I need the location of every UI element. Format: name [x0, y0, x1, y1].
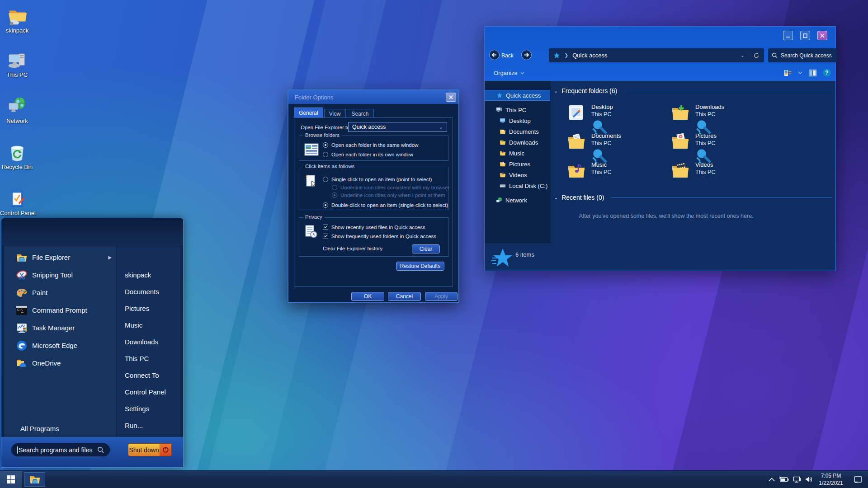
tab-general[interactable]: General — [294, 108, 323, 118]
start-item-microsoft-edge[interactable]: Microsoft Edge — [4, 337, 116, 354]
dialog-tabs: General View Search — [294, 108, 375, 118]
radio-single-click[interactable]: Single-click to open an item (point to s… — [323, 177, 432, 182]
desktop-icon-label: Recycle Bin — [0, 164, 34, 170]
start-item-task-manager[interactable]: Task Manager — [4, 319, 116, 337]
refresh-icon[interactable] — [753, 52, 760, 59]
taskbar: 7:05 PM 1/22/2021 — [0, 470, 868, 488]
folder-tile-music[interactable]: Music This PC — [567, 161, 666, 182]
sidebar-item-documents[interactable]: Documents — [485, 126, 550, 137]
explorer-sidebar: Quick access This PC Desktop Documents D… — [485, 81, 551, 243]
tray-expand-icon[interactable] — [769, 478, 775, 482]
collapse-chevron-icon[interactable]: ⌄ — [554, 88, 558, 94]
address-bar[interactable]: ❯ Quick access ⌄ — [549, 48, 764, 62]
battery-icon[interactable] — [779, 476, 789, 483]
explorer-main: ⌄ Frequent folders (6) Desktop This PC D… — [551, 81, 835, 271]
breadcrumb-chevron-icon: ❯ — [564, 52, 568, 58]
address-dropdown-icon[interactable]: ⌄ — [741, 52, 745, 58]
restore-defaults-button[interactable]: Restore Defaults — [396, 262, 444, 271]
sidebar-item-network[interactable]: Network — [485, 195, 550, 206]
desktop-icon-skinpack[interactable]: skinpack — [0, 5, 34, 34]
explorer-search-box[interactable]: Search Quick access — [768, 48, 837, 62]
explorer-titlebar[interactable] — [485, 27, 835, 44]
dialog-titlebar[interactable]: Folder Options — [288, 90, 458, 104]
start-right-settings[interactable]: Settings — [117, 400, 180, 417]
start-right-pictures[interactable]: Pictures — [117, 300, 180, 317]
network-tray-icon[interactable] — [793, 476, 801, 483]
start-right-music[interactable]: Music — [117, 317, 180, 333]
sidebar-item-quick-access[interactable]: Quick access — [485, 90, 550, 101]
recent-files-header[interactable]: ⌄ Recent files (0) — [551, 194, 832, 201]
status-items-count: 6 items — [515, 251, 534, 258]
desktop-icon-network[interactable]: Network — [0, 96, 34, 124]
sidebar-item-desktop[interactable]: Desktop — [485, 115, 550, 126]
chevron-down-icon — [520, 72, 524, 75]
notification-icon[interactable] — [854, 476, 863, 483]
folder-tile-pictures[interactable]: Pictures This PC — [671, 132, 770, 153]
start-search-box[interactable]: Search programs and files — [11, 443, 110, 456]
sidebar-item-downloads[interactable]: Downloads — [485, 137, 550, 148]
cancel-button[interactable]: Cancel — [388, 292, 421, 301]
frequent-folders-header[interactable]: ⌄ Frequent folders (6) — [551, 87, 832, 94]
taskbar-file-explorer[interactable] — [24, 472, 45, 487]
start-button[interactable] — [0, 471, 22, 488]
folder-tile-documents[interactable]: Documents This PC — [567, 132, 666, 153]
onedrive-icon — [16, 357, 28, 369]
start-item-snipping-tool[interactable]: Snipping Tool — [4, 266, 116, 284]
forward-button[interactable] — [521, 50, 532, 60]
radio-same-window[interactable]: Open each folder in the same window — [323, 142, 418, 148]
start-right-this-pc[interactable]: This PC — [117, 350, 180, 367]
all-programs[interactable]: All Programs — [20, 425, 59, 432]
start-right-documents[interactable]: Documents — [117, 283, 180, 300]
collapse-chevron-icon[interactable]: ⌄ — [554, 195, 558, 201]
sidebar-item-local-disk[interactable]: Local Disk (C:) — [485, 180, 550, 191]
start-right-control-panel[interactable]: Control Panel — [117, 384, 180, 400]
close-button[interactable] — [817, 31, 827, 40]
start-right-skinpack[interactable]: skinpack — [117, 267, 180, 283]
folder-tile-desktop[interactable]: Desktop This PC — [567, 103, 666, 124]
tab-view[interactable]: View — [324, 109, 346, 118]
speaker-icon[interactable] — [805, 476, 813, 483]
minimize-button[interactable] — [783, 31, 793, 40]
preview-pane-icon[interactable] — [809, 70, 816, 76]
back-button[interactable] — [489, 50, 500, 60]
start-right-run[interactable]: Run... — [117, 417, 180, 434]
desktop-icon-recycle-bin[interactable]: Recycle Bin — [0, 142, 34, 170]
back-label[interactable]: Back — [501, 52, 514, 59]
radio-own-window[interactable]: Open each folder in its own window — [323, 152, 413, 157]
sidebar-item-this-pc[interactable]: This PC — [485, 104, 550, 115]
start-item-paint[interactable]: Paint — [4, 284, 116, 301]
folder-tile-videos[interactable]: Videos This PC — [671, 161, 770, 182]
dialog-close-button[interactable]: ✕ — [446, 93, 456, 102]
chevron-down-icon[interactable] — [798, 71, 802, 75]
start-item-onedrive[interactable]: OneDrive — [4, 354, 116, 372]
checkbox-show-recent[interactable]: Show recently used files in Quick access — [323, 225, 425, 230]
desktop-icon-this-pc[interactable]: This PC — [0, 50, 34, 78]
search-placeholder: Search Quick access — [781, 52, 832, 59]
start-right-downloads[interactable]: Downloads — [117, 333, 180, 350]
sidebar-item-videos[interactable]: Videos — [485, 169, 550, 180]
shutdown-button[interactable]: Shut down — [128, 443, 172, 456]
desktop-icon-control-panel[interactable]: Control Panel — [0, 188, 34, 216]
sidebar-item-music[interactable]: Music — [485, 148, 550, 159]
open-to-dropdown[interactable]: Quick access ⌄ — [348, 122, 447, 132]
taskbar-clock[interactable]: 7:05 PM 1/22/2021 — [817, 472, 845, 487]
view-details-icon[interactable] — [784, 69, 792, 77]
folder-tile-downloads[interactable]: Downloads This PC — [671, 103, 770, 124]
ok-button[interactable]: OK — [351, 292, 384, 301]
clear-button[interactable]: Clear — [412, 244, 440, 253]
folder-options-dialog: Folder Options ✕ General View Search Ope… — [288, 89, 459, 303]
file-explorer-window: Back ❯ Quick access ⌄ Search Quick acces… — [484, 26, 836, 271]
radio-double-click[interactable]: Double-click to open an item (single-cli… — [323, 202, 448, 208]
folder-icon — [500, 128, 506, 135]
organize-menu[interactable]: Organize — [494, 70, 524, 76]
system-tray: 7:05 PM 1/22/2021 — [769, 471, 868, 488]
start-item-file-explorer[interactable]: File Explorer ▶ — [4, 249, 116, 266]
start-item-command-prompt[interactable]: C:\ Command Prompt — [4, 301, 116, 319]
tab-search[interactable]: Search — [347, 109, 374, 118]
start-right-connect-to[interactable]: Connect To — [117, 367, 180, 384]
help-icon[interactable]: ? — [823, 69, 831, 77]
sidebar-item-pictures[interactable]: Pictures — [485, 159, 550, 169]
checkbox-show-frequent[interactable]: Show frequently used folders in Quick ac… — [323, 234, 436, 239]
maximize-button[interactable] — [800, 31, 810, 40]
apply-button[interactable]: Apply — [425, 292, 458, 301]
